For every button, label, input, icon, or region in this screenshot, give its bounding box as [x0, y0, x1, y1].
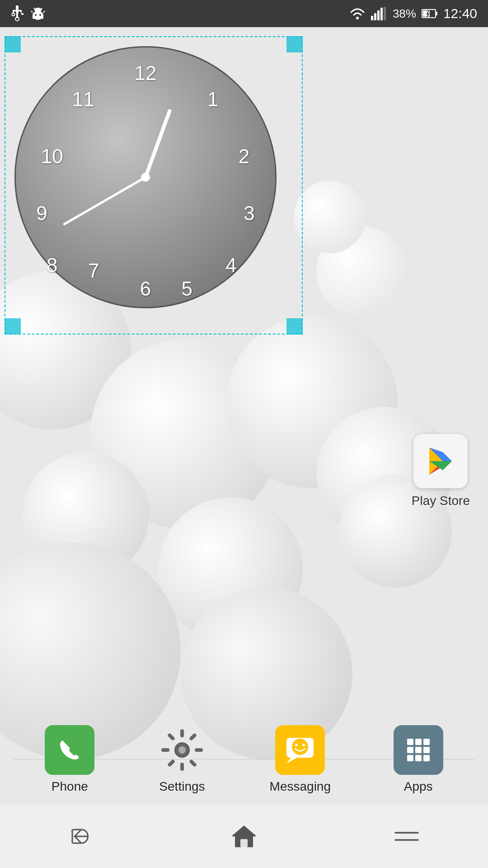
dock-messaging[interactable]: Messaging — [270, 725, 331, 794]
resize-handle-br[interactable] — [286, 318, 303, 335]
svg-rect-20 — [380, 8, 383, 20]
battery-percentage: 38% — [393, 7, 416, 21]
svg-rect-21 — [384, 7, 386, 20]
clock-num-12: 12 — [135, 62, 157, 85]
apps-label: Apps — [404, 779, 433, 794]
debug-icon — [31, 6, 45, 21]
minute-hand — [63, 176, 146, 226]
status-time: 12:40 — [443, 6, 477, 21]
status-bar: 38% 12:40 — [0, 0, 488, 27]
svg-rect-45 — [415, 739, 422, 745]
play-store-label: Play Store — [412, 494, 470, 508]
battery-icon — [422, 8, 438, 19]
svg-marker-40 — [286, 758, 297, 764]
phone-icon — [45, 725, 94, 775]
svg-rect-34 — [195, 748, 203, 752]
svg-rect-50 — [407, 755, 413, 761]
clock-num-5: 5 — [182, 278, 192, 300]
dock-settings[interactable]: Settings — [157, 725, 207, 794]
play-store-shortcut[interactable]: Play Store — [412, 434, 470, 508]
svg-rect-3 — [20, 10, 22, 13]
clock-num-7: 7 — [88, 259, 99, 282]
svg-rect-31 — [180, 729, 184, 737]
clock-num-10: 10 — [41, 145, 63, 168]
svg-point-43 — [302, 744, 305, 746]
clock-num-8: 8 — [47, 254, 57, 277]
nav-bar — [0, 805, 488, 868]
svg-rect-46 — [423, 739, 430, 745]
svg-point-41 — [292, 739, 308, 755]
svg-point-42 — [295, 744, 298, 746]
svg-rect-19 — [377, 10, 380, 20]
svg-rect-38 — [189, 759, 197, 767]
clock-num-4: 4 — [225, 254, 236, 277]
dock-phone[interactable]: Phone — [45, 725, 94, 794]
svg-line-11 — [31, 11, 33, 13]
usb-icon — [11, 5, 23, 22]
svg-point-10 — [39, 14, 41, 16]
svg-rect-48 — [415, 747, 422, 753]
clock-widget[interactable]: 12 1 2 3 4 5 6 7 8 9 10 11 — [5, 36, 303, 335]
clock-num-11: 11 — [72, 88, 94, 111]
clock-num-2: 2 — [239, 145, 249, 168]
svg-rect-17 — [371, 16, 373, 20]
svg-rect-44 — [407, 739, 413, 745]
home-button[interactable] — [217, 818, 271, 854]
messaging-label: Messaging — [270, 779, 331, 794]
svg-point-13 — [34, 8, 42, 12]
svg-point-16 — [356, 17, 359, 19]
svg-point-30 — [178, 746, 186, 754]
status-right-icons: 38% 12:40 — [349, 6, 477, 21]
clock-num-6: 6 — [140, 278, 151, 300]
svg-rect-32 — [180, 763, 184, 771]
back-button[interactable] — [54, 818, 108, 854]
clock-center-dot — [141, 173, 150, 182]
status-left-icons — [11, 5, 45, 22]
settings-icon — [157, 725, 207, 775]
settings-label: Settings — [159, 779, 205, 794]
svg-rect-36 — [189, 733, 197, 741]
svg-rect-37 — [167, 759, 175, 767]
resize-handle-bl[interactable] — [5, 318, 21, 335]
play-store-icon — [413, 434, 468, 488]
svg-rect-18 — [374, 13, 376, 20]
clock-face: 12 1 2 3 4 5 6 7 8 9 10 11 — [14, 46, 277, 308]
svg-line-12 — [43, 11, 45, 13]
wifi-icon — [349, 7, 366, 20]
messaging-icon — [275, 725, 325, 775]
clock-num-9: 9 — [36, 202, 47, 225]
svg-point-4 — [12, 13, 15, 16]
svg-rect-15 — [42, 15, 43, 19]
svg-point-9 — [35, 14, 37, 16]
svg-rect-47 — [407, 747, 413, 753]
svg-rect-14 — [33, 15, 34, 19]
dock: Phone Settings — [0, 714, 488, 805]
clock-num-3: 3 — [244, 202, 254, 225]
signal-icon — [371, 7, 387, 20]
clock-inner: 12 1 2 3 4 5 6 7 8 9 10 11 — [16, 47, 275, 307]
svg-rect-53 — [240, 839, 248, 847]
apps-icon — [394, 725, 443, 775]
clock-num-1: 1 — [207, 88, 218, 111]
svg-rect-0 — [16, 5, 19, 14]
menu-button[interactable] — [380, 818, 434, 854]
svg-rect-52 — [423, 755, 430, 761]
svg-rect-49 — [423, 747, 430, 753]
resize-handle-tr[interactable] — [286, 36, 303, 52]
phone-label: Phone — [52, 779, 88, 794]
svg-rect-23 — [436, 12, 437, 15]
svg-rect-33 — [161, 748, 169, 752]
hour-hand — [144, 108, 172, 178]
svg-rect-5 — [21, 13, 23, 15]
svg-rect-51 — [415, 755, 422, 761]
svg-rect-35 — [167, 733, 175, 741]
dock-apps[interactable]: Apps — [394, 725, 443, 794]
